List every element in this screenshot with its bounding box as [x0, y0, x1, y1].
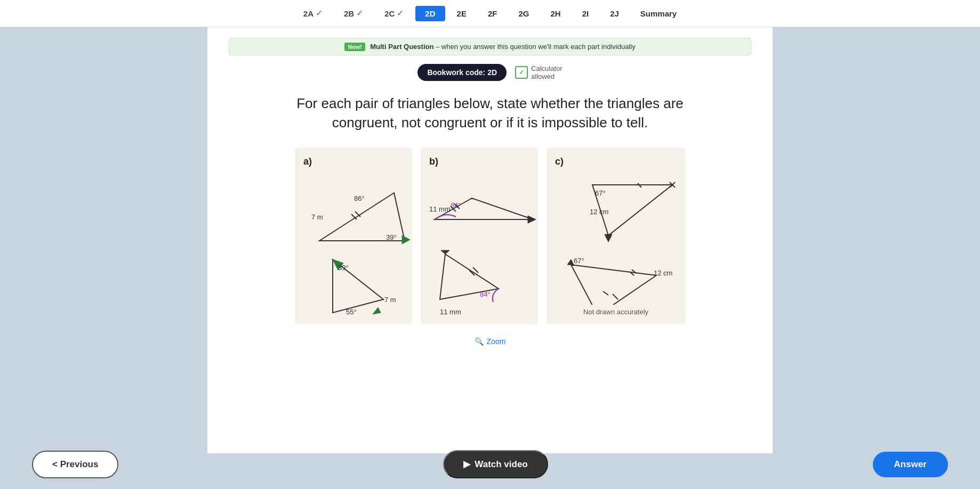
svg-text:12 cm: 12 cm — [654, 269, 672, 277]
tab-summary[interactable]: Summary — [631, 6, 686, 21]
tab-2J[interactable]: 2J — [600, 6, 629, 21]
svg-text:11 mm: 11 mm — [429, 205, 451, 213]
calculator-info: ✓ Calculator allowed — [515, 64, 563, 80]
zoom-button[interactable]: 🔍 Zoom — [475, 337, 506, 346]
tab-2A[interactable]: 2A ✓ — [294, 5, 332, 21]
bookwork-code: Bookwork code: 2D — [417, 64, 507, 81]
calculator-icon: ✓ — [515, 66, 528, 79]
tab-2D[interactable]: 2D — [415, 6, 445, 21]
main-content: New! Multi Part Question – when you answ… — [207, 27, 773, 453]
diagram-a-label: a) — [303, 156, 404, 167]
bottom-bar: < Previous ▶ Watch video Answer — [0, 439, 980, 489]
tab-2B[interactable]: 2B ✓ — [334, 5, 373, 21]
svg-text:39°: 39° — [386, 233, 397, 241]
top-navigation: 2A ✓ 2B ✓ 2C ✓ 2D 2E 2F 2G 2H 2I 2J Summ… — [0, 0, 980, 27]
new-badge: New! — [344, 43, 365, 51]
diagram-b-svg: 84° 11 mm 84° 11 mm — [429, 172, 536, 315]
bookwork-row: Bookwork code: 2D ✓ Calculator allowed — [417, 64, 562, 81]
banner-title: Multi Part Question — [370, 43, 433, 51]
question-text: For each pair of triangles below, state … — [296, 94, 684, 133]
tab-2E[interactable]: 2E — [447, 6, 476, 21]
svg-line-24 — [473, 267, 478, 273]
video-icon: ▶ — [463, 459, 470, 470]
svg-text:67°: 67° — [595, 189, 606, 197]
diagram-c-svg: 67° 12 cm 67° 12 cm — [555, 172, 683, 305]
svg-marker-34 — [567, 259, 574, 265]
svg-marker-15 — [528, 216, 536, 223]
diagram-b-label: b) — [429, 156, 529, 167]
svg-marker-9 — [373, 307, 381, 314]
svg-text:86°: 86° — [354, 194, 365, 202]
zoom-label: Zoom — [487, 337, 506, 346]
tab-2C[interactable]: 2C ✓ — [375, 5, 413, 21]
svg-line-40 — [603, 291, 608, 295]
diagrams-row: a) 7 m 86° 39° — [295, 148, 685, 324]
previous-button[interactable]: < Previous — [32, 451, 118, 478]
not-drawn-text: Not drawn accurately — [555, 308, 677, 316]
svg-marker-1 — [402, 235, 410, 244]
zoom-icon: 🔍 — [475, 337, 484, 346]
svg-text:7 m: 7 m — [311, 213, 323, 221]
diagram-c-label: c) — [555, 156, 677, 167]
tab-2I[interactable]: 2I — [573, 6, 599, 21]
svg-text:55°: 55° — [346, 308, 357, 315]
svg-text:67°: 67° — [574, 257, 584, 265]
tab-2F[interactable]: 2F — [478, 6, 507, 21]
diagram-a: a) 7 m 86° 39° — [295, 148, 412, 324]
new-banner: New! Multi Part Question – when you answ… — [229, 38, 751, 55]
answer-button[interactable]: Answer — [873, 452, 948, 477]
watch-video-label: Watch video — [475, 459, 528, 470]
diagram-a-svg: 7 m 86° 39° 39° 55° 7 m — [303, 172, 410, 315]
svg-text:11 mm: 11 mm — [440, 308, 461, 315]
svg-marker-32 — [571, 265, 656, 305]
tab-2H[interactable]: 2H — [541, 6, 570, 21]
watch-video-button[interactable]: ▶ Watch video — [443, 450, 548, 478]
svg-line-36 — [613, 294, 618, 299]
calculator-text: Calculator allowed — [531, 64, 563, 80]
diagram-b: b) 84° 11 mm 84° — [421, 148, 538, 324]
svg-text:84°: 84° — [480, 290, 491, 298]
svg-marker-21 — [441, 250, 449, 254]
svg-marker-31 — [605, 234, 612, 242]
tab-2G[interactable]: 2G — [509, 6, 539, 21]
diagram-c: c) 67° 12 cm 67° — [547, 148, 685, 324]
svg-text:7 m: 7 m — [384, 296, 396, 304]
banner-detail: – when you answer this question we'll ma… — [436, 43, 636, 51]
svg-text:12 cm: 12 cm — [590, 208, 608, 216]
svg-text:39°: 39° — [338, 264, 349, 272]
